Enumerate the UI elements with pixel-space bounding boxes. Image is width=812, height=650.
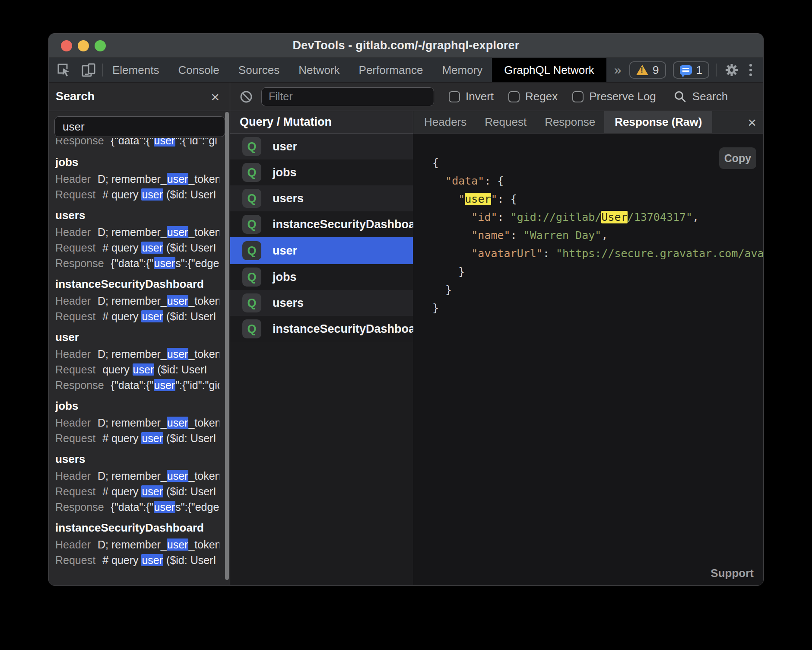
result-line-text: D; remember_user_token=e — [98, 295, 219, 307]
detail-tabbar: HeadersRequestResponse Response (Raw) × — [413, 111, 763, 134]
query-row[interactable]: Qusers — [230, 185, 413, 211]
query-row[interactable]: Qjobs — [230, 159, 413, 185]
result-line[interactable]: Request# query user ($id: UserI — [55, 240, 219, 255]
close-traffic-light[interactable] — [61, 40, 72, 51]
result-line[interactable]: Response{"data":{"user":{"id":"gi — [55, 138, 219, 148]
search-results-panel: Response{"data":{"user":{"id":"gijobsHea… — [49, 111, 230, 585]
query-row[interactable]: Quser — [230, 237, 413, 264]
json-line: "id": "gid://gitlab/User/13704317", — [432, 208, 763, 226]
result-line[interactable]: Request# query user ($id: UserI — [55, 484, 219, 499]
result-line[interactable]: HeaderD; remember_user_token=e — [55, 537, 219, 552]
result-line-label: Request — [55, 242, 95, 254]
result-line-text: # query user ($id: UserI — [102, 310, 216, 323]
result-title[interactable]: instanceSecurityDashboard — [55, 519, 219, 537]
message-icon — [680, 65, 692, 75]
result-line[interactable]: Response{"data":{"user":{"id":"gid — [55, 377, 219, 393]
filter-input[interactable] — [261, 87, 434, 106]
result-line[interactable]: Response{"data":{"users":{"edges — [55, 499, 219, 515]
tab-performance[interactable]: Performance — [349, 58, 433, 82]
inspect-element-icon[interactable] — [57, 63, 71, 77]
result-line[interactable]: Request# query user ($id: UserI — [55, 309, 219, 324]
result-line-text: # query user ($id: UserI — [102, 554, 216, 567]
search-panel-header: Search × — [49, 83, 230, 111]
result-title[interactable]: users — [55, 450, 219, 468]
warnings-badge[interactable]: 9 — [629, 61, 666, 79]
result-line-text: D; remember_user_token=e — [98, 470, 219, 482]
devtools-window: DevTools - gitlab.com/-/graphql-explorer — [48, 33, 764, 586]
json-line: } — [432, 299, 763, 317]
result-line-text: D; remember_user_token=e — [98, 417, 219, 429]
result-line-text: {"data":{"users":{"edges — [111, 257, 219, 270]
issues-badge[interactable]: 1 — [673, 61, 709, 79]
tab-response[interactable]: Response — [536, 111, 604, 133]
result-section: usersHeaderD; remember_user_token=eReque… — [55, 207, 219, 271]
vertical-scrollbar[interactable] — [225, 112, 229, 580]
device-toolbar-icon[interactable] — [81, 62, 96, 78]
regex-checkbox[interactable] — [508, 91, 520, 102]
preserve-log-checkbox-group: Preserve Log — [572, 90, 656, 103]
result-title[interactable]: jobs — [55, 397, 219, 415]
badge-separator — [716, 64, 717, 76]
titlebar: DevTools - gitlab.com/-/graphql-explorer — [49, 34, 763, 58]
result-title[interactable]: jobs — [55, 153, 219, 171]
result-line[interactable]: HeaderD; remember_user_token=e — [55, 171, 219, 187]
result-title[interactable]: user — [55, 328, 219, 346]
result-section: jobsHeaderD; remember_user_token=eReques… — [55, 397, 219, 446]
support-link[interactable]: Support — [710, 567, 754, 580]
result-line[interactable]: HeaderD; remember_user_token=e — [55, 468, 219, 484]
tab-response-raw[interactable]: Response (Raw) — [604, 111, 712, 133]
result-line-label: Request — [55, 554, 95, 567]
result-line[interactable]: Request# query user ($id: UserI — [55, 187, 219, 202]
result-line[interactable]: Requestquery user ($id: UserI — [55, 362, 219, 377]
response-detail-panel: HeadersRequestResponse Response (Raw) × … — [413, 111, 763, 585]
result-section: instanceSecurityDashboardHeaderD; rememb… — [55, 275, 219, 324]
warning-icon — [636, 65, 648, 75]
tab-network[interactable]: Network — [289, 58, 349, 82]
query-row[interactable]: QinstanceSecurityDashboard — [230, 211, 413, 237]
result-line[interactable]: HeaderD; remember_user_token=e — [55, 415, 219, 430]
result-title[interactable]: instanceSecurityDashboard — [55, 275, 219, 293]
invert-checkbox-group: Invert — [449, 90, 494, 103]
result-line[interactable]: Request# query user ($id: UserI — [55, 552, 219, 568]
search-close-icon[interactable]: × — [211, 89, 219, 104]
tab-headers[interactable]: Headers — [424, 111, 476, 133]
clear-icon[interactable] — [239, 89, 254, 104]
more-tabs-chevron-icon[interactable]: » — [606, 58, 629, 82]
tab-memory[interactable]: Memory — [432, 58, 492, 82]
search-text-input[interactable] — [54, 116, 225, 137]
result-line[interactable]: HeaderD; remember_user_token=e — [55, 293, 219, 309]
more-options-icon[interactable] — [747, 64, 755, 76]
tab-console[interactable]: Console — [168, 58, 228, 82]
tab-graphql-network[interactable]: GraphQL Network — [492, 58, 606, 82]
result-line-label: Request — [55, 432, 95, 445]
result-line[interactable]: Request# query user ($id: UserI — [55, 430, 219, 446]
result-line[interactable]: HeaderD; remember_user_token=e — [55, 346, 219, 362]
query-row-label: jobs — [273, 166, 297, 179]
preserve-log-checkbox[interactable] — [572, 91, 584, 102]
query-row[interactable]: Quser — [230, 134, 413, 159]
minimize-traffic-light[interactable] — [78, 40, 89, 51]
tab-sources[interactable]: Sources — [229, 58, 289, 82]
search-toggle-button[interactable]: Search — [673, 90, 728, 104]
search-toggle-label: Search — [692, 90, 728, 103]
result-line-text: D; remember_user_token=e — [98, 538, 219, 551]
zoom-traffic-light[interactable] — [95, 40, 106, 51]
query-row[interactable]: Qjobs — [230, 264, 413, 290]
query-row-label: instanceSecurityDashboard — [273, 218, 427, 231]
query-row[interactable]: QinstanceSecurityDashboard — [230, 316, 413, 342]
result-title[interactable]: users — [55, 207, 219, 224]
query-icon: Q — [242, 137, 261, 156]
query-icon: Q — [242, 241, 261, 260]
result-line[interactable]: Response{"data":{"users":{"edges — [55, 255, 219, 271]
invert-checkbox[interactable] — [449, 91, 460, 102]
tab-request[interactable]: Request — [476, 111, 536, 133]
settings-gear-icon[interactable] — [723, 62, 740, 78]
result-line-text: D; remember_user_token=e — [98, 348, 219, 360]
tab-elements[interactable]: Elements — [103, 58, 168, 82]
detail-close-icon[interactable]: × — [748, 115, 756, 130]
json-line: "name": "Warren Day", — [432, 226, 763, 245]
network-filter-toolbar: Invert Regex Preserve Log — [230, 83, 763, 111]
query-icon: Q — [242, 319, 261, 338]
result-line[interactable]: HeaderD; remember_user_token=e — [55, 224, 219, 240]
query-row[interactable]: Qusers — [230, 290, 413, 316]
